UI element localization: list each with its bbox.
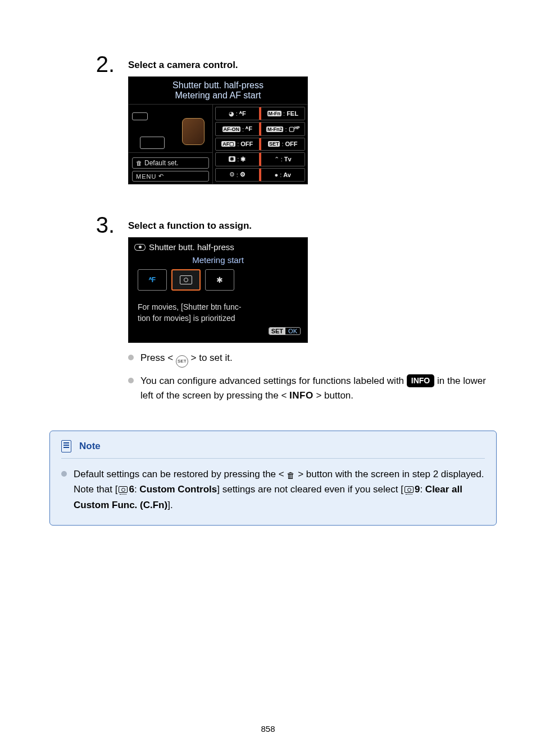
- note-bullet: Default settings can be restored by pres…: [61, 467, 485, 513]
- step-body: Select a camera control. Shutter butt. h…: [128, 52, 491, 190]
- step-body: Select a function to assign. Shutter but…: [128, 212, 491, 408]
- bullet-info: You can configure advanced settings for …: [128, 374, 491, 402]
- step-number: 2.: [94, 52, 115, 75]
- option-metering[interactable]: [171, 269, 201, 291]
- set-ok-button[interactable]: SETOK: [132, 327, 304, 339]
- step-number: 3.: [94, 212, 115, 236]
- bullet-press-set: Press < SET > to set it.: [128, 351, 491, 368]
- ss2-head-text: Shutter butt. half-press: [149, 242, 234, 252]
- step-3: 3. Select a function to assign. Shutter …: [94, 212, 491, 408]
- ss2-movie-note: For movies, [Shutter btn func- tion for …: [132, 295, 304, 327]
- page-number: 858: [0, 724, 536, 734]
- bullet-dot-icon: [128, 378, 134, 383]
- cell-shutter-af[interactable]: ◕: ᴬF: [215, 107, 260, 120]
- ss1-subtitle: Metering and AF start: [129, 90, 307, 104]
- ss1-left-panel: Default set. MENU ↶: [129, 105, 213, 184]
- set-button-icon: SET: [176, 355, 188, 368]
- step-title: Select a camera control.: [128, 60, 491, 71]
- ss2-header: Shutter butt. half-press: [132, 241, 304, 253]
- menu-label: MENU: [136, 173, 156, 180]
- cell-main-dial[interactable]: ⚙ : ⚙: [215, 168, 260, 182]
- screenshot-select-control: Shutter butt. half-press Metering and AF…: [128, 76, 308, 184]
- ss1-title: Shutter butt. half-press: [129, 77, 307, 90]
- option-af[interactable]: ᴬF: [138, 269, 167, 291]
- metering-icon: [180, 275, 192, 284]
- back-arrow-icon: ↶: [158, 173, 164, 180]
- default-set-label: Default set.: [144, 159, 179, 167]
- ss2-subtitle: Metering start: [132, 253, 304, 269]
- note-head-text: Note: [79, 441, 101, 452]
- bullet-dot-icon: [61, 471, 67, 477]
- option-ae-lock[interactable]: ✱: [205, 269, 234, 291]
- info-button-text: INFO: [289, 390, 314, 401]
- cell-mfn-fel[interactable]: M-Fn: FEL: [259, 107, 306, 120]
- cell-set-off[interactable]: SET: OFF: [259, 138, 306, 151]
- function-options: ᴬF ✱: [132, 269, 304, 295]
- step-2: 2. Select a camera control. Shutter butt…: [94, 52, 491, 190]
- note-header: Note: [61, 440, 485, 459]
- trash-button-icon: 🗑: [287, 471, 295, 479]
- step-3-bullets: Press < SET > to set it. You can configu…: [128, 351, 491, 402]
- eye-icon: ◕: [229, 110, 234, 117]
- cell-dial-tv[interactable]: ⌃ : Tv: [259, 152, 306, 166]
- control-grid: ◕: ᴬF M-Fn: FEL AF-ON: ᴬF M-Fn2: ▢ᴴᴾ AF▢…: [213, 105, 307, 184]
- cell-quick-av[interactable]: ● : Av: [259, 168, 306, 182]
- cell-afstop-off[interactable]: AF▢: OFF: [215, 138, 260, 151]
- menu-back-button[interactable]: MENU ↶: [132, 171, 209, 182]
- default-set-button[interactable]: Default set.: [132, 157, 209, 169]
- camera-diagram-icon: [129, 107, 212, 153]
- step-title: Select a function to assign.: [128, 220, 491, 232]
- cell-mfn2-hp[interactable]: M-Fn2: ▢ᴴᴾ: [259, 122, 306, 135]
- note-text: Default settings can be restored by pres…: [74, 467, 485, 513]
- bullet-dot-icon: [128, 355, 134, 360]
- shutter-icon: [134, 244, 146, 251]
- note-box: Note Default settings can be restored by…: [49, 431, 497, 526]
- cell-star-star[interactable]: ✱: ✱: [215, 152, 260, 166]
- cell-afon-af[interactable]: AF-ON: ᴬF: [215, 122, 260, 135]
- info-badge-icon: INFO: [407, 374, 434, 387]
- note-icon: [61, 440, 71, 452]
- custom-fn-menu-icon: [405, 486, 414, 493]
- screenshot-select-function: Shutter butt. half-press Metering start …: [128, 237, 308, 343]
- custom-fn-menu-icon: [119, 486, 128, 493]
- trash-icon: [136, 159, 142, 167]
